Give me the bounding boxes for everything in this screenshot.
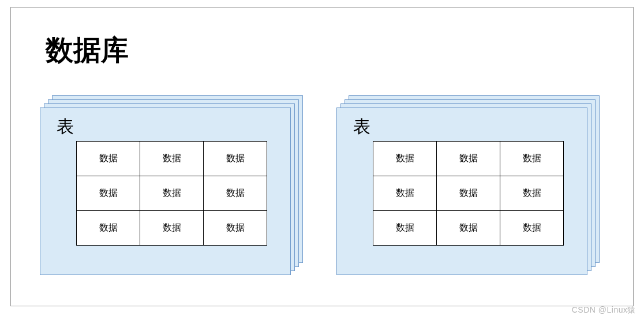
table-row: 数据 数据 数据 [373, 142, 564, 176]
table-row: 数据 数据 数据 [77, 211, 267, 246]
table-stack-right: 表 数据 数据 数据 数据 数据 数据 数据 数据 数据 [336, 95, 600, 277]
data-cell: 数据 [500, 176, 564, 211]
data-cell: 数据 [373, 142, 437, 176]
database-frame: 数据库 表 数据 数据 数据 数据 数据 数据 数据 数据 [10, 7, 634, 306]
table-title: 表 [353, 115, 370, 139]
table-row: 数据 数据 数据 [373, 176, 564, 211]
data-cell: 数据 [140, 211, 204, 246]
table-row: 数据 数据 数据 [77, 176, 267, 211]
data-cell: 数据 [500, 142, 564, 176]
table-row: 数据 数据 数据 [77, 142, 267, 176]
data-cell: 数据 [204, 142, 267, 176]
data-cell: 数据 [500, 211, 564, 246]
data-cell: 数据 [373, 176, 437, 211]
data-cell: 数据 [437, 142, 500, 176]
table-title: 表 [57, 115, 74, 139]
data-cell: 数据 [204, 176, 267, 211]
data-cell: 数据 [140, 176, 204, 211]
data-cell: 数据 [437, 211, 500, 246]
stack-card-front: 表 数据 数据 数据 数据 数据 数据 数据 数据 数据 [336, 107, 587, 275]
stack-card-front: 表 数据 数据 数据 数据 数据 数据 数据 数据 数据 [40, 107, 291, 275]
data-grid: 数据 数据 数据 数据 数据 数据 数据 数据 数据 [373, 141, 564, 246]
data-cell: 数据 [140, 142, 204, 176]
database-title: 数据库 [46, 32, 129, 69]
data-grid: 数据 数据 数据 数据 数据 数据 数据 数据 数据 [76, 141, 267, 246]
table-row: 数据 数据 数据 [373, 211, 564, 246]
data-cell: 数据 [437, 176, 500, 211]
data-cell: 数据 [373, 211, 437, 246]
table-stack-left: 表 数据 数据 数据 数据 数据 数据 数据 数据 数据 [40, 95, 303, 277]
data-cell: 数据 [77, 176, 140, 211]
data-cell: 数据 [77, 211, 140, 246]
data-cell: 数据 [77, 142, 140, 176]
watermark-text: CSDN @Linux猿 [572, 305, 636, 316]
data-cell: 数据 [204, 211, 267, 246]
